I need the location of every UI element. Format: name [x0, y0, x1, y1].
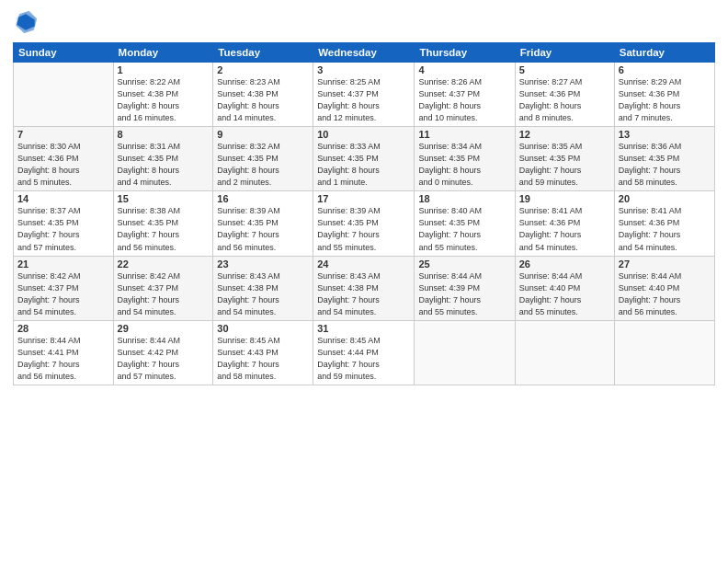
day-info: Sunrise: 8:27 AM Sunset: 4:36 PM Dayligh… [519, 76, 610, 124]
day-info: Sunrise: 8:22 AM Sunset: 4:38 PM Dayligh… [118, 76, 210, 124]
day-info: Sunrise: 8:43 AM Sunset: 4:38 PM Dayligh… [217, 270, 309, 318]
weekday-header-sunday: Sunday [14, 43, 114, 63]
calendar-cell [515, 320, 614, 385]
day-number: 1 [118, 64, 210, 75]
day-number: 16 [217, 193, 309, 204]
calendar-cell: 12Sunrise: 8:35 AM Sunset: 4:35 PM Dayli… [515, 127, 614, 191]
calendar-cell [415, 320, 515, 385]
calendar-cell: 24Sunrise: 8:43 AM Sunset: 4:38 PM Dayli… [313, 256, 415, 320]
day-info: Sunrise: 8:44 AM Sunset: 4:39 PM Dayligh… [418, 270, 510, 318]
logo [13, 9, 42, 35]
day-number: 3 [317, 64, 410, 75]
day-number: 22 [118, 259, 210, 270]
day-info: Sunrise: 8:42 AM Sunset: 4:37 PM Dayligh… [118, 270, 210, 318]
weekday-header-friday: Friday [515, 43, 614, 63]
day-info: Sunrise: 8:41 AM Sunset: 4:36 PM Dayligh… [519, 205, 610, 253]
day-info: Sunrise: 8:44 AM Sunset: 4:41 PM Dayligh… [17, 335, 109, 383]
day-number: 20 [619, 193, 711, 204]
logo-icon [13, 9, 39, 35]
day-number: 31 [317, 323, 410, 334]
calendar-cell: 6Sunrise: 8:29 AM Sunset: 4:36 PM Daylig… [614, 63, 714, 127]
day-info: Sunrise: 8:44 AM Sunset: 4:42 PM Dayligh… [118, 335, 210, 383]
day-info: Sunrise: 8:30 AM Sunset: 4:36 PM Dayligh… [17, 141, 109, 189]
day-number: 2 [217, 64, 309, 75]
day-info: Sunrise: 8:31 AM Sunset: 4:35 PM Dayligh… [118, 141, 210, 189]
day-number: 7 [17, 129, 109, 140]
calendar-cell: 22Sunrise: 8:42 AM Sunset: 4:37 PM Dayli… [113, 256, 213, 320]
calendar-cell [614, 320, 714, 385]
calendar-week-row: 28Sunrise: 8:44 AM Sunset: 4:41 PM Dayli… [14, 320, 715, 385]
day-info: Sunrise: 8:29 AM Sunset: 4:36 PM Dayligh… [619, 76, 711, 124]
calendar-cell: 27Sunrise: 8:44 AM Sunset: 4:40 PM Dayli… [614, 256, 714, 320]
weekday-header-saturday: Saturday [614, 43, 714, 63]
day-info: Sunrise: 8:34 AM Sunset: 4:35 PM Dayligh… [418, 141, 510, 189]
day-number: 29 [118, 323, 210, 334]
calendar-cell: 17Sunrise: 8:39 AM Sunset: 4:35 PM Dayli… [313, 191, 415, 256]
calendar-cell: 9Sunrise: 8:32 AM Sunset: 4:35 PM Daylig… [213, 127, 313, 191]
weekday-header-monday: Monday [113, 43, 213, 63]
calendar-table: SundayMondayTuesdayWednesdayThursdayFrid… [13, 42, 715, 385]
calendar-cell: 2Sunrise: 8:23 AM Sunset: 4:38 PM Daylig… [213, 63, 313, 127]
calendar-cell: 3Sunrise: 8:25 AM Sunset: 4:37 PM Daylig… [313, 63, 415, 127]
day-number: 5 [519, 64, 610, 75]
calendar-week-row: 7Sunrise: 8:30 AM Sunset: 4:36 PM Daylig… [14, 127, 715, 191]
day-info: Sunrise: 8:36 AM Sunset: 4:35 PM Dayligh… [619, 141, 711, 189]
day-number: 27 [619, 259, 711, 270]
calendar-cell: 4Sunrise: 8:26 AM Sunset: 4:37 PM Daylig… [415, 63, 515, 127]
day-number: 25 [418, 259, 510, 270]
weekday-header-thursday: Thursday [415, 43, 515, 63]
day-number: 26 [519, 259, 610, 270]
day-number: 24 [317, 259, 410, 270]
day-info: Sunrise: 8:39 AM Sunset: 4:35 PM Dayligh… [217, 205, 309, 253]
calendar-cell: 19Sunrise: 8:41 AM Sunset: 4:36 PM Dayli… [515, 191, 614, 256]
day-number: 6 [619, 64, 711, 75]
day-info: Sunrise: 8:45 AM Sunset: 4:43 PM Dayligh… [217, 335, 309, 383]
day-number: 21 [17, 259, 109, 270]
day-number: 11 [418, 129, 510, 140]
day-number: 13 [619, 129, 711, 140]
calendar-cell [14, 63, 114, 127]
day-info: Sunrise: 8:42 AM Sunset: 4:37 PM Dayligh… [17, 270, 109, 318]
weekday-header-wednesday: Wednesday [313, 43, 415, 63]
page: SundayMondayTuesdayWednesdayThursdayFrid… [0, 0, 728, 563]
calendar-week-row: 14Sunrise: 8:37 AM Sunset: 4:35 PM Dayli… [14, 191, 715, 256]
calendar-cell: 11Sunrise: 8:34 AM Sunset: 4:35 PM Dayli… [415, 127, 515, 191]
calendar-week-row: 1Sunrise: 8:22 AM Sunset: 4:38 PM Daylig… [14, 63, 715, 127]
calendar-header-row: SundayMondayTuesdayWednesdayThursdayFrid… [14, 43, 715, 63]
day-info: Sunrise: 8:23 AM Sunset: 4:38 PM Dayligh… [217, 76, 309, 124]
day-number: 9 [217, 129, 309, 140]
day-info: Sunrise: 8:38 AM Sunset: 4:35 PM Dayligh… [118, 205, 210, 253]
day-number: 15 [118, 193, 210, 204]
calendar-cell: 18Sunrise: 8:40 AM Sunset: 4:35 PM Dayli… [415, 191, 515, 256]
day-info: Sunrise: 8:45 AM Sunset: 4:44 PM Dayligh… [317, 335, 410, 383]
day-number: 12 [519, 129, 610, 140]
calendar-cell: 25Sunrise: 8:44 AM Sunset: 4:39 PM Dayli… [415, 256, 515, 320]
day-number: 4 [418, 64, 510, 75]
calendar-cell: 14Sunrise: 8:37 AM Sunset: 4:35 PM Dayli… [14, 191, 114, 256]
calendar-cell: 16Sunrise: 8:39 AM Sunset: 4:35 PM Dayli… [213, 191, 313, 256]
day-number: 10 [317, 129, 410, 140]
calendar-cell: 21Sunrise: 8:42 AM Sunset: 4:37 PM Dayli… [14, 256, 114, 320]
calendar-cell: 5Sunrise: 8:27 AM Sunset: 4:36 PM Daylig… [515, 63, 614, 127]
day-info: Sunrise: 8:43 AM Sunset: 4:38 PM Dayligh… [317, 270, 410, 318]
day-info: Sunrise: 8:37 AM Sunset: 4:35 PM Dayligh… [17, 205, 109, 253]
day-number: 14 [17, 193, 109, 204]
calendar-cell: 29Sunrise: 8:44 AM Sunset: 4:42 PM Dayli… [113, 320, 213, 385]
calendar-week-row: 21Sunrise: 8:42 AM Sunset: 4:37 PM Dayli… [14, 256, 715, 320]
calendar-cell: 26Sunrise: 8:44 AM Sunset: 4:40 PM Dayli… [515, 256, 614, 320]
day-number: 30 [217, 323, 309, 334]
day-info: Sunrise: 8:44 AM Sunset: 4:40 PM Dayligh… [519, 270, 610, 318]
day-info: Sunrise: 8:33 AM Sunset: 4:35 PM Dayligh… [317, 141, 410, 189]
day-number: 19 [519, 193, 610, 204]
day-number: 23 [217, 259, 309, 270]
calendar-cell: 28Sunrise: 8:44 AM Sunset: 4:41 PM Dayli… [14, 320, 114, 385]
day-info: Sunrise: 8:40 AM Sunset: 4:35 PM Dayligh… [418, 205, 510, 253]
calendar-cell: 30Sunrise: 8:45 AM Sunset: 4:43 PM Dayli… [213, 320, 313, 385]
calendar-cell: 15Sunrise: 8:38 AM Sunset: 4:35 PM Dayli… [113, 191, 213, 256]
calendar-cell: 31Sunrise: 8:45 AM Sunset: 4:44 PM Dayli… [313, 320, 415, 385]
day-number: 28 [17, 323, 109, 334]
calendar-cell: 23Sunrise: 8:43 AM Sunset: 4:38 PM Dayli… [213, 256, 313, 320]
day-info: Sunrise: 8:39 AM Sunset: 4:35 PM Dayligh… [317, 205, 410, 253]
header [13, 9, 715, 35]
day-info: Sunrise: 8:41 AM Sunset: 4:36 PM Dayligh… [619, 205, 711, 253]
